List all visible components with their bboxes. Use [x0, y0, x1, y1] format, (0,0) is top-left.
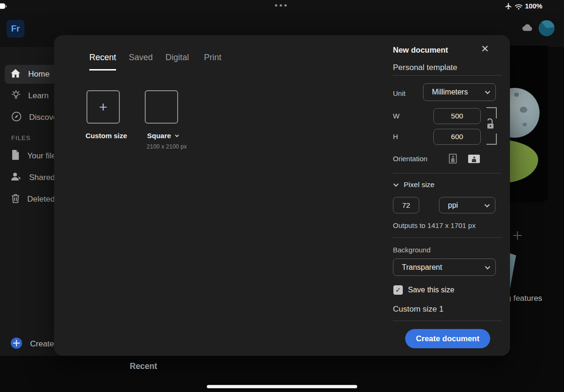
airplane-mode-icon	[505, 2, 512, 12]
battery-percent-label: 100%	[525, 2, 542, 10]
trash-icon	[11, 194, 20, 205]
sidebar-item-label: Home	[28, 70, 49, 79]
orientation-portrait-icon[interactable]	[449, 154, 457, 164]
link-bracket-bottom	[486, 133, 497, 145]
custom-size-card[interactable]: +	[86, 90, 120, 124]
people-icon	[10, 172, 22, 183]
chevron-down-icon	[485, 89, 490, 94]
sidebar-item-label: Learn	[28, 91, 48, 101]
sidebar-item-your-files[interactable]: Your files	[11, 147, 60, 165]
recent-section-heading: Recent	[130, 361, 157, 371]
files-section-heading: FILES	[11, 134, 31, 141]
tab-print[interactable]: Print	[204, 53, 221, 69]
save-size-checkbox[interactable]: ✓	[393, 285, 403, 295]
square-template-card[interactable]	[145, 90, 178, 124]
chevron-down-icon	[485, 202, 490, 207]
new-document-modal: Recent Saved Digital Print + Custom size…	[54, 35, 510, 356]
orientation-landscape-icon[interactable]	[468, 155, 480, 163]
plus-icon: +	[99, 100, 108, 114]
sidebar-item-learn[interactable]: Learn	[11, 86, 48, 105]
divider	[393, 321, 502, 321]
lightbulb-icon	[11, 90, 21, 102]
panel-title: New document	[393, 46, 448, 55]
battery-icon	[0, 3, 5, 9]
divider	[393, 237, 502, 238]
sidebar-item-deleted[interactable]: Deleted	[11, 190, 55, 209]
tab-digital[interactable]: Digital	[165, 53, 189, 69]
pixel-size-label: Pixel size	[404, 180, 434, 189]
sidebar-item-label: Deleted	[27, 195, 55, 204]
home-indicator[interactable]	[207, 385, 357, 388]
chevron-down-icon	[485, 264, 490, 269]
orientation-label: Orientation	[393, 155, 427, 163]
multitask-dots-indicator[interactable]	[275, 4, 287, 7]
template-name-field[interactable]: Personal template	[393, 63, 457, 72]
cloud-sync-icon[interactable]	[521, 23, 533, 34]
create-document-button[interactable]: Create document	[405, 329, 490, 348]
custom-size-card-label: Custom size	[86, 132, 127, 140]
compass-icon	[11, 111, 22, 124]
custom-size-name-field[interactable]: Custom size 1	[393, 305, 444, 314]
user-avatar[interactable]	[539, 20, 555, 36]
background-select[interactable]: Transparent	[393, 259, 496, 276]
divider	[393, 75, 502, 76]
chevron-down-icon	[175, 133, 179, 137]
check-icon: ✓	[395, 286, 401, 294]
unit-label: Unit	[393, 89, 406, 97]
chevron-down-icon	[393, 181, 399, 187]
app-background: 100% Fr Home Learn Discover FILES Your f…	[0, 0, 564, 392]
output-dimensions-text: Outputs to 1417 x 1701 px	[393, 221, 476, 229]
save-size-label: Save this size	[408, 286, 454, 294]
bottom-strip: Recent	[0, 356, 564, 392]
square-card-label[interactable]: Square	[147, 132, 178, 140]
resolution-input[interactable]: 72	[393, 197, 419, 213]
status-bar: 100%	[0, 0, 564, 12]
sidebar-item-discover[interactable]: Discover	[11, 108, 60, 127]
tab-saved[interactable]: Saved	[129, 53, 153, 69]
sparkle-plus-decoration	[513, 231, 522, 240]
height-label: H	[393, 133, 398, 141]
divider	[393, 173, 502, 173]
pixel-size-section-toggle[interactable]: Pixel size	[393, 180, 434, 189]
resolution-unit-select[interactable]: ppi	[439, 197, 495, 213]
create-new-button[interactable]: Create n	[10, 335, 61, 353]
file-icon	[11, 150, 20, 162]
height-input[interactable]: 600	[433, 129, 481, 145]
plus-circle-icon	[10, 337, 23, 352]
tab-recent[interactable]: Recent	[89, 53, 116, 71]
partial-feature-text: g features	[507, 294, 542, 303]
background-label: Background	[393, 246, 431, 254]
aspect-ratio-unlock-icon[interactable]	[486, 118, 495, 132]
close-icon[interactable]: ✕	[481, 44, 489, 54]
unit-select[interactable]: Millimeters	[423, 83, 496, 101]
wifi-icon	[515, 3, 523, 12]
fresco-app-logo[interactable]: Fr	[7, 20, 24, 38]
home-icon	[10, 69, 21, 80]
width-input[interactable]: 500	[433, 108, 481, 124]
square-card-dimensions: 2100 x 2100 px	[147, 143, 187, 150]
link-bracket-top	[486, 107, 497, 118]
width-label: W	[393, 112, 400, 120]
